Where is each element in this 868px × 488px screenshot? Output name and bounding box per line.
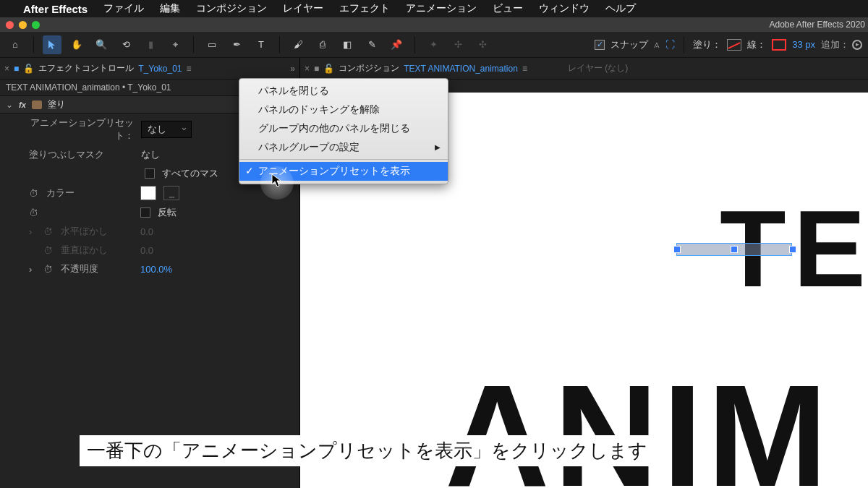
hblur-label: 水平ぼかし xyxy=(61,225,133,238)
hblur-stopwatch-icon: ⏱ xyxy=(43,226,54,237)
selection-handle[interactable] xyxy=(673,246,681,253)
anchor-tool[interactable]: ⌖ xyxy=(166,35,184,54)
panel-layer-link[interactable]: T_Yoko_01 xyxy=(138,64,182,74)
toolbar: ⌂ ✋ 🔍 ⟲ ▮ ⌖ ▭ ✒ T 🖌 ⎙ ◧ ✎ 📌 ✦ ✢ ✣ ✓ スナップ… xyxy=(0,32,868,58)
snap-checkbox[interactable]: ✓ xyxy=(595,40,605,50)
menubar: After Effects ファイル 編集 コンポジション レイヤー エフェクト… xyxy=(0,0,868,17)
stamp-tool[interactable]: ⎙ xyxy=(313,35,332,54)
preset-dropdown[interactable]: なし xyxy=(141,121,192,138)
allmask-label: すべてのマス xyxy=(162,167,218,180)
add-button[interactable]: 追加： xyxy=(821,38,862,51)
selection-tool[interactable] xyxy=(43,35,61,54)
mask-value[interactable]: なし xyxy=(141,148,160,161)
lock-icon[interactable]: 🔓 xyxy=(23,64,34,74)
comp-panel-title[interactable]: コンポジション xyxy=(339,62,399,74)
invert-label: 反転 xyxy=(158,206,176,219)
menu-help[interactable]: ヘルプ xyxy=(605,2,636,15)
color-eyedropper-icon[interactable]: ⎯ xyxy=(163,186,179,200)
brush-tool[interactable]: 🖌 xyxy=(289,35,307,54)
ctx-undock-panel[interactable]: パネルのドッキングを解除 xyxy=(239,100,448,119)
menu-animation[interactable]: アニメーション xyxy=(406,2,477,15)
maximize-icon[interactable] xyxy=(32,21,40,29)
fx-thumb-icon xyxy=(32,100,42,109)
pen-tool[interactable]: ✒ xyxy=(227,35,246,54)
selection-handle[interactable] xyxy=(789,246,796,253)
axis-tool[interactable]: ✦ xyxy=(424,35,443,54)
hblur-value: 0.0 xyxy=(140,226,153,237)
menu-view[interactable]: ビュー xyxy=(493,2,523,15)
color-label: カラー xyxy=(46,187,133,200)
close-icon[interactable] xyxy=(6,21,14,29)
snap-magnet-icon[interactable]: ⟑ xyxy=(654,39,660,50)
panel-context-menu: パネルを閉じる パネルのドッキングを解除 グループ内の他のパネルを閉じる パネル… xyxy=(239,78,448,184)
fill-label: 塗り： xyxy=(693,38,721,51)
solo-icon[interactable]: ■ xyxy=(14,64,19,74)
text-layer-2[interactable]: ANIM xyxy=(445,353,832,488)
ctx-close-others[interactable]: グループ内の他のパネルを閉じる xyxy=(239,119,448,138)
snap-label: スナップ xyxy=(610,38,648,51)
snap-box-icon[interactable]: ⛶ xyxy=(665,39,675,50)
menu-edit[interactable]: 編集 xyxy=(160,2,180,15)
window-title: Adobe After Effects 2020 xyxy=(769,20,868,30)
eraser-tool[interactable]: ◧ xyxy=(338,35,357,54)
hblur-disclosure[interactable]: › xyxy=(29,226,36,237)
comp-solo-icon[interactable]: ■ xyxy=(314,64,319,74)
menu-file[interactable]: ファイル xyxy=(103,2,144,15)
comp-lock-icon[interactable]: 🔓 xyxy=(323,64,334,74)
ctx-close-panel[interactable]: パネルを閉じる xyxy=(239,82,448,100)
text-tool[interactable]: T xyxy=(252,35,271,54)
stroke-width[interactable]: 33 px xyxy=(792,39,815,50)
color-stopwatch-icon[interactable]: ⏱ xyxy=(29,188,39,199)
fx-disclosure[interactable]: ⌄ xyxy=(6,100,13,110)
opacity-label: 不透明度 xyxy=(61,262,133,275)
rect-tool[interactable]: ▭ xyxy=(203,35,221,54)
opacity-stopwatch-icon[interactable]: ⏱ xyxy=(43,264,54,275)
axis2-tool[interactable]: ✢ xyxy=(448,35,467,54)
fx-name[interactable]: 塗り xyxy=(48,98,65,111)
opacity-disclosure[interactable]: › xyxy=(29,264,36,275)
ctx-show-animation-presets[interactable]: アニメーションプリセットを表示 xyxy=(239,162,448,181)
preset-label: アニメーションプリセット： xyxy=(29,116,134,142)
comp-tab-close-icon[interactable]: × xyxy=(305,64,310,74)
invert-checkbox[interactable] xyxy=(140,207,150,218)
puppet-tool[interactable]: 📌 xyxy=(387,35,406,54)
panel-overflow-icon[interactable]: » xyxy=(290,64,295,74)
panel-menu-icon[interactable]: ≡ xyxy=(187,64,192,74)
menu-layer[interactable]: レイヤー xyxy=(283,2,323,15)
allmask-checkbox[interactable] xyxy=(145,168,155,179)
minimize-icon[interactable] xyxy=(19,21,27,29)
fx-badge[interactable]: fx xyxy=(19,100,26,109)
panel-title[interactable]: エフェクトコントロール xyxy=(38,62,134,74)
comp-menu-icon[interactable]: ≡ xyxy=(522,64,527,74)
menu-window[interactable]: ウィンドウ xyxy=(539,2,590,15)
menu-effect[interactable]: エフェクト xyxy=(339,2,390,15)
app-name[interactable]: After Effects xyxy=(23,3,88,15)
axis3-tool[interactable]: ✣ xyxy=(473,35,492,54)
invert-stopwatch-icon[interactable]: ⏱ xyxy=(29,207,39,218)
ctx-panel-group-settings[interactable]: パネルグループの設定 xyxy=(239,138,448,157)
roto-tool[interactable]: ✎ xyxy=(362,35,381,54)
zoom-tool[interactable]: 🔍 xyxy=(92,35,111,54)
comp-name-link[interactable]: TEXT ANIMATION_animation xyxy=(404,64,518,74)
window-chrome: Adobe After Effects 2020 xyxy=(0,17,868,32)
layer-tab[interactable]: レイヤー (なし) xyxy=(568,62,628,74)
tab-close-icon[interactable]: × xyxy=(4,64,9,74)
selection-handle[interactable] xyxy=(731,246,738,253)
opacity-value[interactable]: 100.0% xyxy=(140,264,172,275)
hand-tool[interactable]: ✋ xyxy=(67,35,86,54)
home-icon[interactable]: ⌂ xyxy=(6,35,25,54)
vblur-label: 垂直ぼかし xyxy=(61,244,133,257)
mask-label: 塗りつぶしマスク xyxy=(29,148,134,161)
menu-composition[interactable]: コンポジション xyxy=(196,2,267,15)
fill-swatch[interactable] xyxy=(727,39,741,51)
vblur-stopwatch-icon: ⏱ xyxy=(43,245,54,256)
stroke-label: 線： xyxy=(747,38,766,51)
tutorial-caption: 一番下の「アニメーションプリセットを表示」をクリックします xyxy=(80,435,655,466)
add-icon xyxy=(852,40,862,50)
camera-tool[interactable]: ▮ xyxy=(141,35,160,54)
color-swatch[interactable] xyxy=(140,186,156,200)
stroke-swatch[interactable] xyxy=(772,39,786,51)
orbit-tool[interactable]: ⟲ xyxy=(116,35,135,54)
vblur-value: 0.0 xyxy=(140,245,153,256)
